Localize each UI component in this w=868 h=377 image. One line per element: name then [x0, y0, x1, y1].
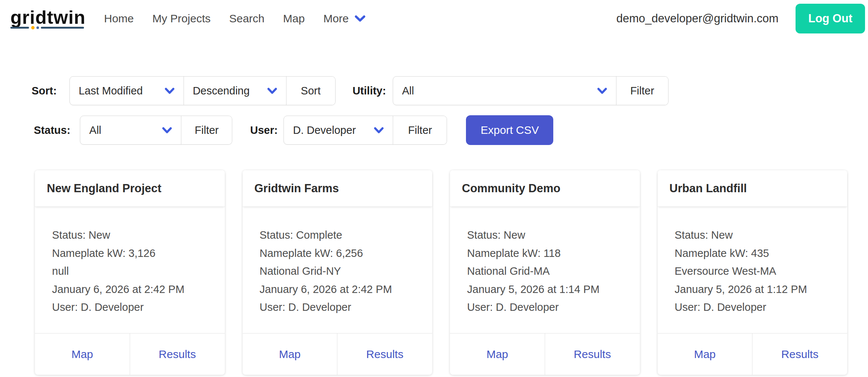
brand-name: gridtwin — [10, 8, 85, 28]
nav-item-map[interactable]: Map — [283, 12, 305, 25]
sort-group: Last Modified Descending Sort — [69, 76, 336, 105]
card-body: Status: Complete Nameplate kW: 6,256 Nat… — [243, 207, 433, 333]
project-nameplate: Nameplate kW: 3,126 — [52, 244, 208, 262]
card-results-link[interactable]: Results — [752, 334, 847, 375]
utility-filter-button[interactable]: Filter — [616, 77, 668, 105]
card-map-link[interactable]: Map — [450, 334, 545, 375]
chevron-down-icon — [597, 88, 607, 94]
chevron-down-icon — [374, 127, 384, 133]
project-card: Gridtwin Farms Status: Complete Nameplat… — [243, 170, 433, 375]
project-utility: null — [52, 262, 208, 280]
nav-item-search[interactable]: Search — [229, 12, 265, 25]
project-modified: January 6, 2026 at 2:42 PM — [52, 280, 208, 299]
user-select[interactable]: D. Developer — [284, 116, 393, 144]
project-nameplate: Nameplate kW: 435 — [675, 244, 830, 262]
card-footer: Map Results — [243, 333, 433, 375]
status-select[interactable]: All — [80, 116, 181, 144]
underline-segment — [41, 27, 84, 29]
chevron-down-icon — [165, 88, 175, 94]
card-footer: Map Results — [450, 333, 640, 375]
card-footer: Map Results — [35, 333, 225, 375]
card-results-link[interactable]: Results — [337, 334, 432, 375]
card-header: New England Project — [35, 170, 225, 207]
card-body: Status: New Nameplate kW: 435 Eversource… — [658, 207, 848, 333]
status-filter-button[interactable]: Filter — [181, 116, 232, 144]
card-map-link[interactable]: Map — [35, 334, 130, 375]
sort-direction-select[interactable]: Descending — [184, 77, 286, 105]
chevron-down-icon — [267, 88, 277, 94]
project-modified: January 5, 2026 at 1:12 PM — [675, 280, 830, 299]
top-navbar: gridtwin Home My Projects Search Map Mor… — [0, 0, 868, 37]
project-user: User: D. Developer — [467, 298, 623, 316]
card-body: Status: New Nameplate kW: 118 National G… — [450, 207, 640, 333]
project-title: Urban Landfill — [670, 182, 747, 195]
project-modified: January 6, 2026 at 2:42 PM — [260, 280, 415, 299]
project-status: Status: New — [675, 226, 830, 244]
utility-select[interactable]: All — [393, 77, 616, 105]
chevron-down-icon — [162, 127, 172, 133]
filter-controls: Sort: Last Modified Descending Sort Util… — [0, 76, 868, 145]
project-user: User: D. Developer — [52, 298, 208, 316]
utility-group: All Filter — [393, 76, 668, 105]
user-email: demo_developer@gridtwin.com — [616, 12, 778, 25]
logo-yellow-dot-icon — [31, 26, 35, 29]
underline-segment — [10, 27, 29, 29]
brand-logo[interactable]: gridtwin — [10, 8, 85, 29]
project-user: User: D. Developer — [675, 298, 830, 316]
card-results-link[interactable]: Results — [130, 334, 225, 375]
status-group: All Filter — [80, 116, 232, 145]
project-card: New England Project Status: New Nameplat… — [35, 170, 225, 375]
status-select-value: All — [89, 124, 101, 136]
main-nav: Home My Projects Search Map More — [104, 12, 366, 25]
sort-field-value: Last Modified — [79, 85, 143, 97]
logout-button[interactable]: Log Out — [796, 4, 865, 33]
project-status: Status: Complete — [260, 226, 415, 244]
project-title: Community Demo — [462, 182, 560, 195]
export-csv-button[interactable]: Export CSV — [466, 115, 553, 145]
nav-item-home[interactable]: Home — [104, 12, 134, 25]
project-title: Gridtwin Farms — [255, 182, 339, 195]
user-group: D. Developer Filter — [284, 116, 447, 145]
project-status: Status: New — [467, 226, 623, 244]
sort-field-select[interactable]: Last Modified — [70, 77, 184, 105]
project-utility: National Grid-MA — [467, 262, 623, 280]
logo-blue-dot-icon — [36, 26, 39, 29]
project-card: Urban Landfill Status: New Nameplate kW:… — [658, 170, 848, 375]
nav-item-my-projects[interactable]: My Projects — [152, 12, 211, 25]
status-label: Status: — [34, 124, 70, 136]
card-body: Status: New Nameplate kW: 3,126 null Jan… — [35, 207, 225, 333]
utility-label: Utility: — [353, 85, 386, 97]
project-status: Status: New — [52, 226, 208, 244]
card-map-link[interactable]: Map — [658, 334, 753, 375]
sort-label: Sort: — [32, 85, 57, 97]
user-select-value: D. Developer — [293, 124, 356, 136]
nav-item-more[interactable]: More — [323, 12, 365, 25]
filter-row-status-user: Status: All Filter User: D. Developer — [34, 115, 868, 145]
card-map-link[interactable]: Map — [243, 334, 338, 375]
card-header: Gridtwin Farms — [243, 170, 433, 207]
user-filter-label: User: — [250, 124, 278, 136]
user-filter-button[interactable]: Filter — [393, 116, 447, 144]
gridtwin-projects-page: gridtwin Home My Projects Search Map Mor… — [0, 0, 868, 377]
card-header: Community Demo — [450, 170, 640, 207]
chevron-down-icon — [354, 15, 366, 22]
project-card-list: New England Project Status: New Nameplat… — [35, 170, 847, 375]
filter-row-sort-utility: Sort: Last Modified Descending Sort Util… — [32, 76, 868, 106]
brand-underline — [10, 26, 84, 29]
utility-select-value: All — [402, 85, 414, 97]
card-results-link[interactable]: Results — [545, 334, 640, 375]
project-user: User: D. Developer — [260, 298, 415, 316]
project-nameplate: Nameplate kW: 118 — [467, 244, 623, 262]
project-utility: Eversource West-MA — [675, 262, 830, 280]
sort-apply-button[interactable]: Sort — [286, 77, 335, 105]
project-nameplate: Nameplate kW: 6,256 — [260, 244, 415, 262]
card-header: Urban Landfill — [658, 170, 848, 207]
project-utility: National Grid-NY — [260, 262, 415, 280]
nav-item-more-label: More — [323, 12, 349, 25]
project-title: New England Project — [47, 182, 161, 195]
project-card: Community Demo Status: New Nameplate kW:… — [450, 170, 640, 375]
card-footer: Map Results — [658, 333, 848, 375]
project-modified: January 5, 2026 at 1:14 PM — [467, 280, 623, 299]
sort-direction-value: Descending — [193, 85, 250, 97]
